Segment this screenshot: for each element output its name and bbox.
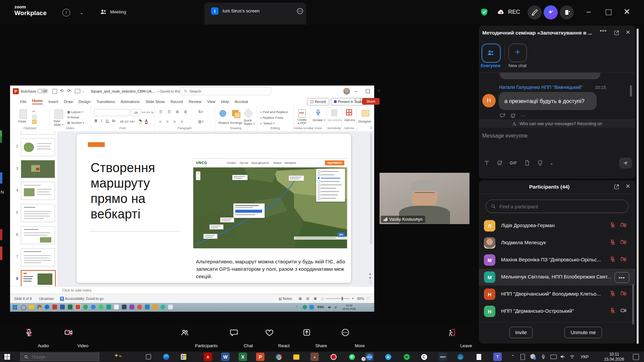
share-button[interactable]: Share bbox=[292, 324, 321, 352]
unmute-me-button[interactable]: Unmute me bbox=[564, 327, 602, 338]
tab-record[interactable]: Record bbox=[170, 100, 183, 104]
audio-button[interactable]: Audio bbox=[14, 324, 43, 352]
panel-scrollbar-track[interactable] bbox=[637, 29, 639, 344]
taskbar-icon-telegram[interactable]: ➤ bbox=[384, 353, 392, 361]
chat-scrollbar[interactable] bbox=[630, 85, 632, 97]
dictate-icon[interactable] bbox=[315, 109, 321, 116]
quick-styles-icon[interactable] bbox=[244, 109, 253, 118]
taskbar-search[interactable] bbox=[20, 353, 99, 361]
participant-row[interactable]: Людмила Мелещук bbox=[479, 235, 635, 251]
tab-screen-share[interactable]: I Iurii Strus's screen bbox=[204, 3, 306, 24]
chevron-down-icon[interactable]: ⌄ bbox=[80, 10, 84, 15]
char-spacing-buttons[interactable]: ab A̰V Aa˅ bbox=[120, 119, 135, 123]
chat-messages[interactable]: Наталя Галущенко НПП "Вижницький" 10:15 … bbox=[479, 72, 635, 119]
create-pdf-label[interactable]: Createa PDF bbox=[296, 118, 308, 125]
paste-label[interactable]: Paste bbox=[18, 119, 26, 123]
quickbar-chevron-icon[interactable]: ⌄ bbox=[82, 89, 85, 93]
shapes-icon[interactable] bbox=[219, 110, 226, 117]
tab-design[interactable]: Design bbox=[79, 100, 91, 104]
layout-button[interactable]: ▦ Layout ˅ bbox=[67, 110, 83, 114]
designer-label[interactable]: Designer bbox=[358, 119, 371, 123]
view-buttons[interactable]: ▦ ▥ ▣ 𝄙 bbox=[299, 297, 326, 301]
chat-compose[interactable]: Message everyone GIF ⌄ bbox=[479, 127, 635, 179]
columns-button[interactable]: ▥˅ bbox=[198, 119, 204, 124]
reply-icon[interactable] bbox=[500, 113, 506, 119]
tab-meeting[interactable]: Meeting bbox=[100, 8, 126, 15]
participants-close-icon[interactable]: ✕ bbox=[626, 183, 630, 190]
camera-off-icon[interactable] bbox=[620, 256, 627, 262]
participant-row[interactable]: Л Лідія Дроздова-Герман bbox=[479, 217, 635, 234]
ppt-account-avatar[interactable] bbox=[343, 88, 350, 95]
tab-draw[interactable]: Draw bbox=[64, 100, 73, 104]
new-slide-icon[interactable] bbox=[54, 109, 63, 119]
undo-icon[interactable]: ⟲ bbox=[60, 88, 63, 93]
font-size-select[interactable]: 18 bbox=[131, 109, 141, 116]
ppt-record-button[interactable]: Record bbox=[307, 98, 329, 105]
ppt-search-box[interactable]: Search bbox=[180, 87, 271, 95]
status-notes-button[interactable]: ▤ Notes bbox=[279, 297, 292, 301]
tray-hidden-icons-chevron[interactable]: ⌃ bbox=[511, 354, 514, 359]
participant-video-tile[interactable]: Vasiliy Kostiushyn bbox=[380, 173, 469, 224]
highlight-color-button[interactable]: ✎ bbox=[139, 119, 142, 124]
tab-animations[interactable]: Animations bbox=[121, 100, 140, 104]
taskbar-icon-excel[interactable]: X bbox=[239, 353, 247, 361]
slide-nav-arrows[interactable]: ▲▼⛶ bbox=[368, 271, 372, 285]
participant-search[interactable] bbox=[486, 200, 629, 213]
notification-center-icon[interactable] bbox=[633, 354, 639, 360]
taskbar-icon-snap[interactable]: SNAP bbox=[439, 353, 447, 361]
find-replace-button[interactable]: ⌕ Find and Replace bbox=[260, 110, 288, 114]
select-button[interactable]: ▻ Select ˅ bbox=[260, 121, 275, 125]
font-name-select[interactable] bbox=[94, 109, 130, 116]
taskbar-icon-powerpoint[interactable]: P bbox=[256, 353, 264, 361]
tab-review[interactable]: Review bbox=[189, 100, 201, 104]
message-more-icon[interactable]: ⋯ bbox=[521, 113, 526, 119]
send-button[interactable] bbox=[619, 158, 632, 168]
screenshot-icon[interactable] bbox=[537, 160, 543, 166]
participants-popout-icon[interactable] bbox=[613, 184, 620, 190]
side-panel-button[interactable] bbox=[560, 5, 574, 19]
display-settings-icon[interactable] bbox=[75, 89, 80, 93]
present-in-teams-button[interactable]: Present in Teams bbox=[331, 98, 367, 105]
tab-help[interactable]: Help bbox=[221, 100, 229, 104]
participant-row[interactable]: Н НПП "Дермансько-Острозький" bbox=[479, 303, 635, 320]
compose-options-chevron[interactable]: ⌄ bbox=[550, 161, 553, 165]
participants-scrollbar[interactable] bbox=[632, 284, 634, 324]
ppt-share-button[interactable]: Share bbox=[362, 98, 380, 105]
redo-icon[interactable]: ⟳ bbox=[67, 88, 71, 93]
taskbar-icon-teams[interactable]: T bbox=[493, 353, 502, 361]
emoji-icon[interactable] bbox=[497, 160, 503, 166]
security-shield-icon[interactable] bbox=[480, 8, 489, 16]
comments-icon[interactable] bbox=[355, 98, 361, 103]
message-bubble[interactable]: а презентації будуть в доступі? bbox=[499, 92, 597, 110]
tab-acrobat[interactable]: Acrobat bbox=[235, 100, 248, 104]
mic-muted-icon[interactable] bbox=[609, 239, 616, 245]
shapes-label[interactable]: Shapes ˅ bbox=[218, 121, 232, 124]
mic-muted-icon[interactable] bbox=[609, 290, 616, 297]
arrange-label[interactable]: Arrange bbox=[231, 121, 242, 124]
font-style-buttons[interactable]: B I U S bbox=[95, 119, 116, 123]
slide-thumb-3[interactable] bbox=[21, 160, 55, 178]
taskbar-icon-store[interactable] bbox=[179, 353, 188, 361]
camera-off-icon[interactable] bbox=[620, 239, 627, 245]
slide-thumb-8-selected[interactable] bbox=[21, 270, 56, 286]
language-indicator[interactable]: УКР bbox=[581, 354, 589, 359]
chat-close-icon[interactable]: ✕ bbox=[626, 29, 630, 36]
participant-row[interactable]: М Махіна Вероніка ПЗ "Дніпровсько-Орільс… bbox=[479, 252, 635, 268]
new-slide-label[interactable]: NewSlide ˅ bbox=[54, 119, 63, 126]
participants-button[interactable]: Participants bbox=[169, 324, 206, 352]
format-painter-icon[interactable] bbox=[32, 120, 37, 124]
add-reaction-icon[interactable] bbox=[510, 113, 516, 119]
taskbar-icon-app[interactable]: ▲ bbox=[310, 353, 319, 361]
grow-shrink-font[interactable]: A˄ A˅ A̶ bbox=[142, 110, 153, 114]
message-avatar[interactable]: Н bbox=[482, 94, 496, 107]
taskbar-icon-openoffice[interactable]: ﹏ bbox=[456, 353, 464, 361]
tray-phone-icon[interactable] bbox=[521, 354, 525, 360]
taskbar-search-input[interactable] bbox=[31, 354, 90, 360]
replace-fonts-button[interactable]: ꭺ Replace Fonts bbox=[260, 116, 283, 120]
status-accessibility[interactable]: ♿ Accessibility: Good to go bbox=[60, 297, 103, 301]
list-buttons[interactable]: ☰ ☰ ≣ ≣ bbox=[159, 110, 189, 114]
task-view-icon[interactable] bbox=[144, 353, 153, 361]
taskbar-icon-whatsapp[interactable]: ✆ bbox=[348, 353, 356, 361]
ribbon-collapse-chevron[interactable]: ˅ bbox=[370, 126, 372, 130]
slide-thumb-5[interactable] bbox=[21, 204, 55, 222]
